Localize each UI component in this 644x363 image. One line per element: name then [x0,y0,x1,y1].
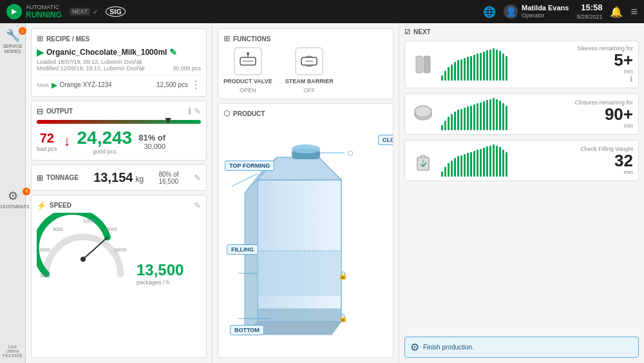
svg-text:3000: 3000 [40,273,50,278]
closures-info: Closures remaining for 90+ min [574,99,633,129]
bar-strip [460,109,462,130]
bar-strip [448,163,450,177]
next-recipe-more-icon[interactable]: ⋮ [191,79,201,91]
sig-badge: SIG [106,6,126,17]
closures-value: 90+ [574,106,633,123]
functions-title: FUNCTIONS [233,35,270,43]
bar-strip [457,156,459,177]
bar-strip [451,64,453,81]
product-header: ⬡ PRODUCT [223,109,388,118]
svg-text:⬡: ⬡ [348,150,354,157]
next-item-sleeves: Sleeves remaining for 5+ min ℹ [404,41,639,88]
middle-panel: ⊞ FUNCTIONS PRODUCT VALVE [213,23,399,363]
function-steam-barrier[interactable]: STEAM BARRIER OFF [285,47,334,93]
svg-point-10 [247,52,249,55]
bar-strip [477,54,478,81]
bar-strip [477,150,478,177]
bar-strip [502,150,504,177]
bad-pcs-label: bad pcs [37,146,57,152]
speed-edit-icon[interactable]: ✎ [194,201,201,210]
sleeves-unit: min [577,68,633,75]
svg-text:🔒: 🔒 [338,313,348,322]
svg-text:6000: 6000 [40,248,50,252]
bar-strip [483,148,485,177]
product-valve-status: OPEN [240,87,256,93]
menu-icon[interactable]: ≡ [630,5,638,19]
sidebar-item-adjustments[interactable]: 6 ⚙ ADJUSTMENTS [0,189,29,210]
play-icon-next: ▶ [52,81,57,90]
recipe-icon: ⊞ [37,34,43,43]
steam-barrier-name: STEAM BARRIER [285,78,334,84]
sleeves-info-icon[interactable]: ℹ [630,75,633,84]
filling-weight-bars [441,144,575,177]
bar-strip [506,106,507,130]
service-badge: 1 [19,27,26,35]
finish-label: Finish production. [423,344,474,351]
status-label: AUTOMATIC [26,4,62,11]
status-dot: ▶ [6,4,22,19]
finish-icon: ⚙ [410,341,419,353]
output-pct: 81% of 30,000 [138,133,166,150]
output-bar-marker [165,118,171,123]
sleeves-bars [441,48,572,81]
steam-barrier-icon [295,47,323,75]
svg-rect-14 [258,251,341,296]
bar-strip [480,149,482,177]
recipe-section: ⊞ RECIPE / MES ▶ Organic_Chocolate_Milk_… [31,28,207,97]
next-badge: NEXT [70,8,90,15]
bar-strip [496,50,498,81]
speed-value-display: 13,500 packages / h [137,261,184,286]
topbar-next: NEXT ✓ [70,8,98,15]
bar-strip [473,151,475,177]
bar-strip [460,59,462,81]
filling-weight-info: Check Filling Weight 32 min [580,146,633,175]
bad-pcs-value: 72 [37,131,57,146]
user-name: Matilda Evans [522,3,569,12]
bar-strip [454,158,456,177]
time-display: 15:58 9/28/2021 [576,3,602,21]
filling-weight-icon [410,148,436,173]
next-item-closures: Closures remaining for 90+ min [404,93,639,135]
right-panel: ☑ NEXT Sleeves remaining for 5+ min ℹ [399,23,644,363]
speed-section: ⚡ SPEED ✎ [31,195,207,358]
output-actions: ℹ ✎ [188,106,201,116]
closure-label-text: CLOSURE [378,135,393,145]
info-icon[interactable]: ℹ [188,106,191,116]
tonnage-section: ⊞ TONNAGE 13,154 kg 80% of 16,500 ✎ [31,164,207,191]
sidebar-item-service[interactable]: 1 🔧 SERVICE MODES [0,28,25,54]
tonnage-unit: kg [135,175,144,184]
recipe-edit-icon[interactable]: ✎ [169,47,177,57]
tonnage-title: TONNAGE [46,174,79,181]
good-pcs-value: 24,243 [77,128,133,148]
bar-strip [467,106,469,130]
bar-strip [448,117,450,130]
functions-icon: ⊞ [223,34,230,43]
bar-strip [464,154,466,177]
bell-icon[interactable]: 🔔 [610,6,623,18]
bad-pcs: 72 bad pcs [37,131,57,152]
edit-icon[interactable]: ✎ [194,106,201,116]
bar-strip [496,99,498,130]
svg-text:9000: 9000 [53,227,63,231]
function-product-valve[interactable]: PRODUCT VALVE OPEN [223,47,272,93]
tonnage-value: 13,154 [93,170,133,185]
svg-rect-29 [424,56,430,73]
tonnage-edit-icon[interactable]: ✎ [194,173,201,182]
bar-strip [502,54,504,81]
filling-weight-value: 32 [580,152,633,169]
bottom-label-text: BOTTOM [230,325,264,335]
bar-strip [489,146,491,177]
globe-icon[interactable]: 🌐 [483,6,496,18]
product-valve-icon [234,47,262,75]
product-section: ⬡ PRODUCT [218,103,393,358]
bar-strip [470,106,472,130]
closures-icon [410,101,436,127]
output-pct-total: 30,000 [138,142,166,150]
recipe-title: RECIPE / MES [46,35,90,43]
bar-strip [493,98,495,130]
output-header-left: ⊟ OUTPUT [37,107,73,116]
sleeves-value: 5+ [577,52,633,68]
next-check-icon: ✓ [93,8,98,15]
line-info: Line Ultima FKX34SE [3,344,23,358]
bar-strip [464,58,466,81]
